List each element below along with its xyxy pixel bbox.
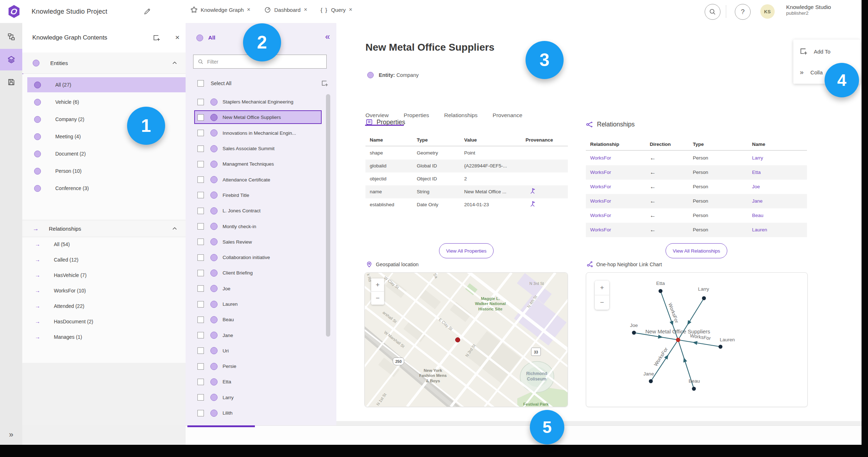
tab-properties[interactable]: Properties — [404, 112, 429, 123]
sidebar-item-rel-called[interactable]: →Called (12) — [22, 252, 186, 267]
item-checkbox[interactable] — [197, 410, 204, 416]
app-logo-icon[interactable] — [7, 5, 21, 18]
expand-rail-icon[interactable]: » — [0, 427, 22, 443]
list-item[interactable]: Persie — [186, 359, 336, 374]
close-panel-icon[interactable]: × — [175, 33, 179, 42]
item-checkbox[interactable] — [197, 347, 204, 354]
sidebar-item-entity-person[interactable]: Person (10) — [22, 162, 186, 180]
node-label[interactable]: Larry — [698, 286, 709, 292]
view-tab-query[interactable]: { } Query × — [321, 0, 352, 19]
sidebar-item-rel-worksfor[interactable]: →WorksFor (10) — [22, 283, 186, 298]
list-item[interactable]: Attendance Certificate — [186, 172, 336, 187]
save-icon[interactable] — [0, 74, 22, 90]
add-to-map-icon[interactable] — [321, 79, 328, 87]
list-item[interactable]: Client Briefing — [186, 265, 336, 281]
list-item[interactable]: Sales Review — [186, 234, 336, 250]
list-item[interactable]: Joe — [186, 281, 336, 296]
related-entity-link[interactable]: Beau — [752, 213, 764, 218]
item-checkbox[interactable] — [197, 301, 204, 308]
relationship-link[interactable]: WorksFor — [590, 170, 611, 175]
list-item[interactable]: Managment Techniques — [186, 156, 336, 172]
list-item[interactable]: L. Jones Contract — [186, 203, 336, 218]
provenance-flag-icon[interactable] — [529, 200, 536, 207]
list-item[interactable]: Jane — [186, 327, 336, 343]
related-entity-link[interactable]: Lauren — [752, 227, 767, 232]
relationship-link[interactable]: WorksFor — [590, 227, 611, 232]
view-tab-dashboard[interactable]: Dashboard × — [264, 0, 307, 19]
sidebar-item-entity-all[interactable]: All (27) — [22, 76, 186, 93]
data-model-icon[interactable] — [0, 29, 22, 45]
edit-title-pencil-icon[interactable] — [144, 8, 151, 15]
relationship-link[interactable]: WorksFor — [590, 213, 611, 218]
related-entity-link[interactable]: Larry — [752, 155, 763, 161]
provenance-flag-icon[interactable] — [529, 188, 536, 194]
item-checkbox[interactable] — [197, 114, 204, 121]
search-button[interactable] — [705, 4, 720, 20]
list-item[interactable]: Lilith — [186, 405, 336, 421]
center-node-label[interactable]: New Metal Office Suppliers — [645, 328, 710, 334]
list-item-selected[interactable]: New Metal Office Suppliers — [186, 110, 336, 125]
geospatial-map[interactable]: k Rd W Clay St Sa Maggie L. Walker Natio… — [364, 272, 568, 407]
sidebar-item-rel-attended[interactable]: →Attended (22) — [22, 298, 186, 314]
relationship-link[interactable]: WorksFor — [590, 198, 611, 204]
list-item[interactable]: Uri — [186, 343, 336, 359]
help-button[interactable]: ? — [735, 4, 751, 20]
related-entity-link[interactable]: Jane — [752, 198, 762, 204]
close-tab-icon[interactable]: × — [349, 6, 352, 13]
zoom-in-button[interactable]: + — [595, 281, 609, 295]
item-checkbox[interactable] — [197, 270, 204, 276]
list-item[interactable]: Firebird Title — [186, 188, 336, 203]
sidebar-item-entity-document[interactable]: Document (2) — [22, 145, 186, 162]
item-checkbox[interactable] — [197, 223, 204, 230]
entity-location-marker[interactable] — [455, 337, 460, 342]
item-checkbox[interactable] — [197, 130, 204, 136]
list-item[interactable]: Collaboration initiative — [186, 250, 336, 265]
related-entity-link[interactable]: Etta — [752, 170, 761, 175]
add-to-menu-item[interactable]: Add To — [793, 44, 860, 59]
zoom-in-button[interactable]: + — [371, 278, 384, 291]
sidebar-item-rel-hasdocument[interactable]: →HasDocument (2) — [22, 314, 186, 329]
item-checkbox[interactable] — [197, 176, 204, 183]
list-item[interactable]: Staplers Mechanical Engineering — [186, 94, 336, 110]
list-item[interactable]: Lauren — [186, 296, 336, 312]
sidebar-item-rel-hasvehicle[interactable]: →HasVehicle (7) — [22, 267, 186, 283]
related-entity-link[interactable]: Joe — [752, 184, 760, 189]
item-checkbox[interactable] — [197, 332, 204, 338]
node-label[interactable]: Beau — [689, 378, 700, 384]
add-to-map-icon[interactable] — [152, 34, 160, 42]
node-label[interactable]: Etta — [656, 281, 665, 286]
item-checkbox[interactable] — [197, 208, 204, 214]
item-checkbox[interactable] — [197, 161, 204, 167]
collapse-panel-icon[interactable]: « — [325, 32, 330, 41]
chevron-up-icon[interactable] — [172, 227, 177, 230]
list-item[interactable]: Beau — [186, 312, 336, 327]
user-avatar[interactable]: KS — [760, 4, 775, 19]
item-checkbox[interactable] — [197, 239, 204, 245]
entities-section-header[interactable]: Entities — [22, 52, 186, 74]
item-checkbox[interactable] — [197, 394, 204, 401]
list-item[interactable]: Montly check-in — [186, 218, 336, 234]
sidebar-item-rel-all[interactable]: →All (54) — [22, 236, 186, 252]
list-item[interactable]: Larry — [186, 390, 336, 405]
item-checkbox[interactable] — [197, 317, 204, 323]
item-checkbox[interactable] — [197, 285, 204, 292]
item-checkbox[interactable] — [197, 146, 204, 152]
item-checkbox[interactable] — [197, 363, 204, 370]
close-tab-icon[interactable]: × — [304, 6, 307, 13]
sidebar-item-rel-manages[interactable]: →Manages (1) — [22, 329, 186, 345]
sidebar-item-entity-vehicle[interactable]: Vehicle (6) — [22, 93, 186, 111]
tab-relationships[interactable]: Relationships — [444, 112, 477, 123]
horizontal-scrollbar[interactable] — [187, 425, 255, 427]
vertical-scrollbar[interactable] — [326, 94, 330, 337]
node-label[interactable]: Jane — [643, 371, 654, 377]
tab-provenance[interactable]: Provenance — [493, 112, 522, 123]
list-item[interactable]: Innovations in Mechanical Engin... — [186, 125, 336, 141]
zoom-out-button[interactable]: − — [595, 295, 609, 310]
relationships-section-header[interactable]: → Relationships — [22, 220, 186, 237]
list-item[interactable]: Etta — [186, 374, 336, 389]
view-all-properties-button[interactable]: View All Properties — [439, 243, 494, 258]
select-all-checkbox[interactable] — [197, 80, 204, 87]
chevron-up-icon[interactable] — [172, 61, 177, 64]
view-tab-knowledge-graph[interactable]: Knowledge Graph × — [191, 0, 250, 19]
sidebar-item-entity-conference[interactable]: Conference (3) — [22, 180, 186, 197]
